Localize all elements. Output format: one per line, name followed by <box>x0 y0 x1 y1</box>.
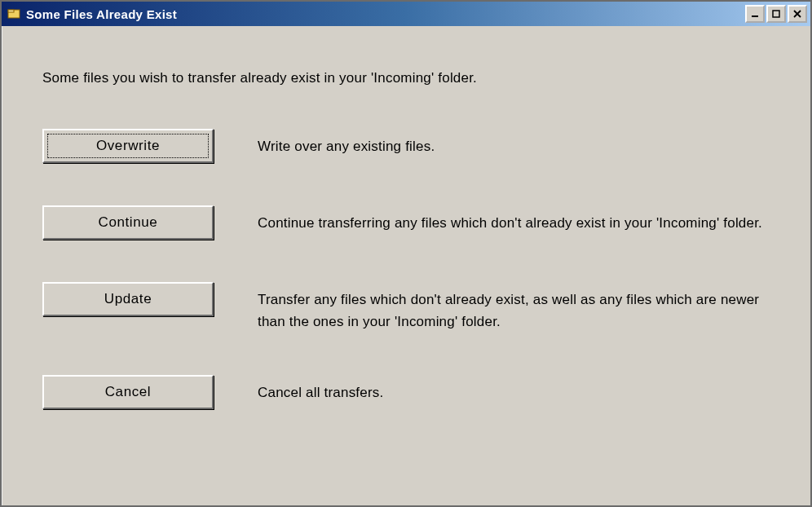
action-row-continue: Continue Continue transferring any files… <box>42 205 770 240</box>
continue-button[interactable]: Continue <box>42 205 214 240</box>
window-title: Some Files Already Exist <box>26 7 745 21</box>
maximize-button[interactable] <box>766 5 786 23</box>
cancel-button[interactable]: Cancel <box>42 375 214 409</box>
action-row-cancel: Cancel Cancel all transfers. <box>42 375 770 409</box>
intro-text: Some files you wish to transfer already … <box>42 70 770 86</box>
overwrite-button[interactable]: Overwrite <box>42 129 214 163</box>
svg-rect-1 <box>8 10 14 12</box>
app-icon <box>7 7 21 21</box>
update-button[interactable]: Update <box>42 282 214 316</box>
cancel-description: Cancel all transfers. <box>258 381 770 403</box>
svg-rect-2 <box>752 15 758 17</box>
dialog-body: Some files you wish to transfer already … <box>2 26 810 434</box>
action-row-update: Update Transfer any files which don't al… <box>42 282 770 333</box>
action-row-overwrite: Overwrite Write over any existing files. <box>42 129 770 163</box>
dialog-window: Some Files Already Exist Some files you … <box>0 0 812 507</box>
minimize-button[interactable] <box>745 5 765 23</box>
window-controls <box>745 5 807 23</box>
svg-rect-3 <box>773 11 779 17</box>
continue-description: Continue transferring any files which do… <box>258 212 770 234</box>
overwrite-description: Write over any existing files. <box>258 135 770 157</box>
close-button[interactable] <box>788 5 807 23</box>
titlebar: Some Files Already Exist <box>2 2 810 26</box>
update-description: Transfer any files which don't already e… <box>258 289 770 333</box>
